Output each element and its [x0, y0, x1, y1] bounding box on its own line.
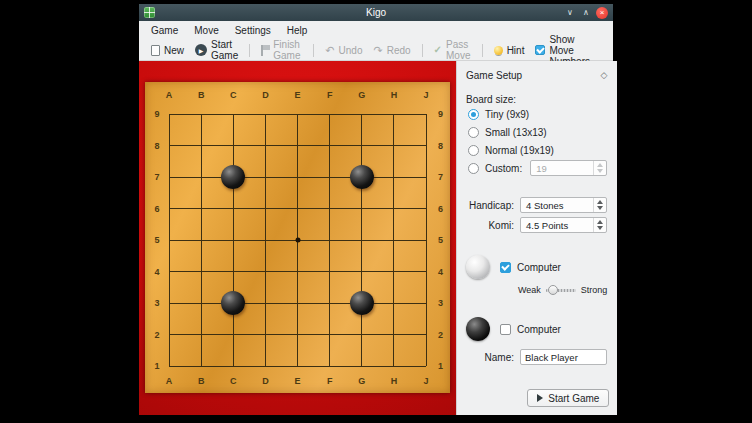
komi-spinbox[interactable]: 4.5 Points — [520, 217, 607, 233]
row-label-left: 3 — [154, 297, 159, 309]
radio-tiny-label[interactable]: Tiny (9x9) — [485, 109, 529, 120]
new-button[interactable]: New — [151, 45, 184, 56]
handicap-value[interactable]: 4 Stones — [521, 198, 593, 212]
column-label-top: G — [358, 89, 365, 101]
black-stone-icon — [466, 317, 490, 341]
column-label-bottom: D — [262, 375, 269, 387]
komi-row: Komi: 4.5 Points — [466, 217, 607, 233]
start-game-button-label: Start Game — [548, 393, 599, 404]
row-label-left: 6 — [154, 203, 159, 215]
new-label: New — [164, 45, 184, 56]
titlebar[interactable]: Kigo ∨ ∧ × — [139, 4, 613, 21]
white-player-row: Computer — [466, 255, 607, 279]
float-dock-icon[interactable]: ◇ — [600, 70, 607, 80]
radio-custom-label[interactable]: Custom: — [485, 163, 522, 174]
finish-game-button[interactable]: Finish Game — [261, 39, 302, 61]
hint-button[interactable]: Hint — [494, 45, 525, 56]
white-computer-checkbox[interactable] — [500, 262, 511, 273]
kigo-window: Kigo ∨ ∧ × Game Move Settings Help New ▶… — [139, 4, 613, 415]
column-label-bottom: E — [294, 375, 300, 387]
row-label-right: 5 — [438, 234, 443, 246]
row-label-left: 1 — [154, 360, 159, 372]
toolbar-separator — [313, 44, 314, 57]
spin-up-icon[interactable] — [597, 220, 603, 224]
black-name-input[interactable]: Black Player — [520, 349, 607, 365]
menu-game[interactable]: Game — [143, 21, 186, 40]
spin-down-icon[interactable] — [597, 226, 603, 230]
radio-row-small: Small (13x13) — [468, 123, 607, 141]
close-icon[interactable]: × — [596, 7, 608, 19]
radio-row-normal: Normal (19x19) — [468, 141, 607, 159]
radio-normal-label[interactable]: Normal (19x19) — [485, 145, 554, 156]
game-setup-panel: Game Setup ◇ Board size: Tiny (9x9) Smal… — [456, 61, 617, 415]
row-label-left: 9 — [154, 108, 159, 120]
board-size-label: Board size: — [466, 94, 607, 105]
radio-small-label[interactable]: Small (13x13) — [485, 127, 547, 138]
radio-custom[interactable] — [468, 163, 479, 174]
toolbar-separator — [422, 44, 423, 57]
handicap-label: Handicap: — [466, 200, 514, 211]
white-strength-slider[interactable] — [546, 285, 576, 295]
column-label-top: J — [423, 89, 428, 101]
white-computer-label[interactable]: Computer — [517, 262, 561, 273]
menu-settings[interactable]: Settings — [227, 21, 279, 40]
black-name-label: Name: — [466, 352, 514, 363]
undo-label: Undo — [339, 45, 363, 56]
spin-up-icon[interactable] — [597, 163, 603, 167]
row-label-left: 4 — [154, 266, 159, 278]
row-label-right: 3 — [438, 297, 443, 309]
panel-title: Game Setup — [466, 70, 522, 81]
pass-move-button[interactable]: ✓ Pass Move — [434, 39, 471, 61]
column-label-top: A — [166, 89, 173, 101]
white-strength-row: Weak Strong — [518, 285, 607, 295]
row-label-right: 4 — [438, 266, 443, 278]
black-stone — [350, 291, 374, 315]
undo-button[interactable]: ↶ Undo — [325, 45, 362, 56]
column-label-bottom: H — [391, 375, 398, 387]
toolbar-separator — [249, 44, 250, 57]
column-label-bottom: C — [230, 375, 237, 387]
radio-tiny[interactable] — [468, 109, 479, 120]
custom-size-value[interactable]: 19 — [531, 161, 593, 175]
handicap-spinbox[interactable]: 4 Stones — [520, 197, 607, 213]
black-computer-label[interactable]: Computer — [517, 324, 561, 335]
hint-label: Hint — [507, 45, 525, 56]
checkmark-icon: ✓ — [434, 45, 442, 55]
komi-value[interactable]: 4.5 Points — [521, 218, 593, 232]
menu-help[interactable]: Help — [279, 21, 316, 40]
redo-button[interactable]: ↷ Redo — [373, 45, 410, 56]
board-frame: AABBCCDDEEFFGGHHJJ998877665544332211 — [139, 61, 456, 415]
spin-down-icon[interactable] — [597, 206, 603, 210]
radio-normal[interactable] — [468, 145, 479, 156]
pass-move-label: Pass Move — [446, 39, 471, 61]
komi-spin-buttons — [593, 218, 606, 232]
start-game-button[interactable]: ▶ Start Game — [195, 39, 238, 61]
radio-small[interactable] — [468, 127, 479, 138]
toolbar: New ▶ Start Game Finish Game ↶ Undo ↷ Re… — [139, 40, 613, 61]
row-label-left: 5 — [154, 234, 159, 246]
minimize-icon[interactable]: ∨ — [564, 7, 576, 19]
custom-size-spinbox[interactable]: 19 — [530, 160, 607, 176]
start-game-label: Start Game — [211, 39, 238, 61]
redo-label: Redo — [387, 45, 411, 56]
custom-size-spin-buttons — [593, 161, 606, 175]
spin-up-icon[interactable] — [597, 200, 603, 204]
slider-handle[interactable] — [548, 285, 558, 295]
spin-down-icon[interactable] — [597, 169, 603, 173]
start-game-panel-button[interactable]: Start Game — [527, 389, 609, 407]
white-stone-icon — [466, 255, 490, 279]
new-document-icon — [151, 45, 160, 56]
board-wood[interactable]: AABBCCDDEEFFGGHHJJ998877665544332211 — [145, 82, 450, 393]
column-label-bottom: A — [166, 375, 173, 387]
black-computer-checkbox[interactable] — [500, 324, 511, 335]
row-label-right: 8 — [438, 140, 443, 152]
column-label-top: E — [294, 89, 300, 101]
column-label-top: F — [327, 89, 333, 101]
menu-move[interactable]: Move — [186, 21, 226, 40]
black-player-row: Computer — [466, 317, 607, 341]
column-label-top: C — [230, 89, 237, 101]
maximize-icon[interactable]: ∧ — [580, 7, 592, 19]
row-label-right: 2 — [438, 329, 443, 341]
row-label-right: 7 — [438, 171, 443, 183]
window-title: Kigo — [139, 7, 613, 18]
